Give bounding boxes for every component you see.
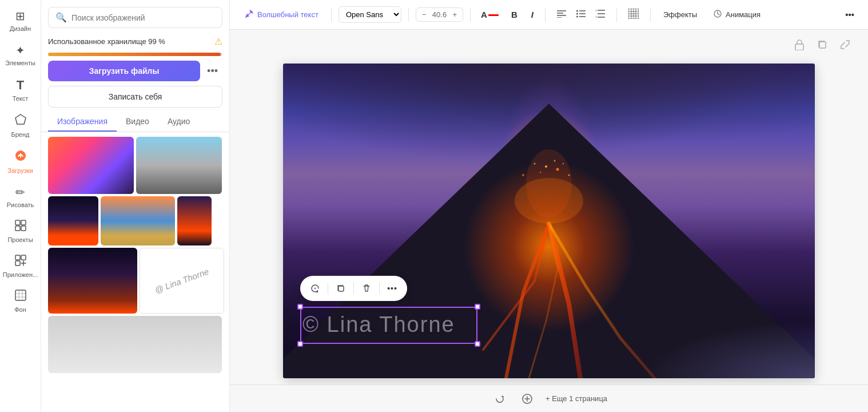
delete-button[interactable] [357, 279, 376, 298]
bold-button[interactable]: B [507, 7, 522, 22]
image-row-4 [48, 316, 222, 373]
upload-files-button[interactable]: Загрузить файлы [48, 61, 200, 81]
list-item[interactable] [48, 248, 137, 314]
image-row-2 [48, 196, 222, 245]
record-self-button[interactable]: Записать себя [48, 86, 222, 108]
storage-label: Использованное хранилище 99 % [48, 37, 165, 46]
svg-rect-4 [15, 226, 20, 231]
sidebar-item-draw[interactable]: ✏ Рисовать [3, 181, 38, 213]
color-underline [488, 14, 499, 16]
float-divider-3 [379, 283, 380, 294]
sidebar-item-brand[interactable]: Бренд [3, 109, 38, 142]
rotate-button[interactable] [306, 279, 324, 298]
search-box[interactable]: 🔍 [48, 7, 222, 28]
text-color-button[interactable]: A [477, 7, 502, 22]
magic-text-label: Волшебный текст [257, 10, 318, 19]
list-item[interactable] [177, 196, 212, 245]
toolbar-divider-2 [408, 8, 409, 22]
image-row-3: @ Lina Thorne [48, 248, 222, 314]
font-select[interactable]: Open Sans [339, 6, 401, 23]
handle-top-left[interactable] [297, 304, 303, 310]
svg-point-16 [576, 13, 578, 15]
bottom-bar: + Еще 1 страница [230, 385, 868, 412]
tab-video[interactable]: Видео [117, 112, 158, 132]
handle-bottom-right[interactable] [475, 341, 480, 347]
lock-icon[interactable] [790, 35, 809, 54]
sidebar-item-design[interactable]: ⊞ Дизайн [3, 5, 38, 37]
sidebar-item-label-background: Фон [14, 306, 26, 313]
refresh-canvas-button[interactable] [491, 390, 509, 408]
svg-point-44 [314, 288, 316, 290]
sidebar-item-background[interactable]: Фон [3, 285, 38, 318]
sidebar-item-label-apps: Приложен... [3, 271, 38, 278]
sidebar-item-label-draw: Рисовать [7, 201, 34, 208]
svg-rect-3 [21, 220, 26, 225]
top-toolbar: Волшебный текст Open Sans − 40.6 + A B I [230, 0, 868, 30]
animate-button[interactable]: Анимация [707, 6, 766, 23]
sidebar-item-projects[interactable]: Проекты [3, 215, 38, 248]
pattern-button[interactable] [624, 6, 643, 23]
projects-icon [15, 220, 26, 234]
city-lights [643, 321, 815, 378]
list-item[interactable]: @ Lina Thorne [140, 248, 224, 314]
svg-rect-9 [15, 290, 26, 300]
align-left-button[interactable] [552, 7, 571, 22]
svg-point-15 [576, 10, 578, 12]
tab-images[interactable]: Изображения [48, 112, 117, 132]
font-size-control: − 40.6 + [416, 7, 463, 22]
sidebar-item-uploads[interactable]: Загрузки [3, 145, 38, 179]
list-item[interactable] [48, 196, 98, 245]
svg-point-17 [576, 16, 578, 18]
italic-button[interactable]: I [527, 7, 538, 22]
font-size-decrease-button[interactable]: − [420, 9, 429, 20]
float-divider-1 [328, 283, 328, 294]
svg-rect-6 [15, 255, 20, 260]
animate-label: Анимация [726, 10, 761, 19]
font-size-increase-button[interactable]: + [450, 9, 459, 20]
effects-button[interactable]: Эффекты [658, 7, 703, 22]
magic-text-button[interactable]: Волшебный текст [239, 6, 324, 23]
selection-border [300, 307, 477, 344]
handle-top-right[interactable] [475, 304, 480, 310]
background-icon [15, 290, 26, 304]
list-item[interactable] [48, 316, 222, 373]
list-item[interactable] [136, 137, 222, 194]
list-item[interactable] [101, 196, 175, 245]
line-spacing-button[interactable] [591, 7, 610, 22]
animate-icon [713, 9, 722, 20]
list-button[interactable] [572, 7, 590, 22]
sidebar-item-text[interactable]: T Текст [3, 73, 38, 106]
toolbar-divider-3 [470, 8, 471, 22]
more-options-button[interactable]: ••• [841, 7, 859, 22]
upload-more-button[interactable]: ••• [202, 61, 222, 81]
sidebar-item-label-elements: Элементы [5, 60, 35, 66]
sidebar-item-elements[interactable]: ✦ Элементы [3, 39, 38, 71]
svg-rect-8 [15, 261, 20, 266]
text-selection-box[interactable] [300, 307, 477, 344]
duplicate-button[interactable] [332, 279, 350, 298]
image-grid: @ Lina Thorne [41, 132, 229, 412]
add-page-button[interactable] [518, 390, 536, 408]
add-page-label[interactable]: + Еще 1 страница [546, 394, 607, 403]
magic-wand-icon [245, 9, 254, 20]
more-float-button[interactable]: ••• [383, 279, 401, 298]
handle-bottom-left[interactable] [297, 341, 303, 347]
list-item[interactable] [48, 137, 134, 194]
uploads-icon [14, 149, 27, 165]
media-tabs: Изображения Видео Аудио [41, 112, 229, 132]
storage-bar-fill [48, 53, 221, 56]
sidebar-item-apps[interactable]: Приложен... [3, 250, 38, 283]
alignment-controls [552, 7, 610, 22]
copy-canvas-icon[interactable] [813, 35, 831, 54]
tab-audio[interactable]: Аудио [158, 112, 200, 132]
expand-icon[interactable] [836, 35, 854, 54]
lava-glow [463, 161, 635, 332]
search-input[interactable] [71, 13, 215, 22]
floating-toolbar: ••• [300, 276, 407, 301]
left-panel: 🔍 Использованное хранилище 99 % ⚠ Загруз… [41, 0, 230, 412]
canvas-frame[interactable]: © Lina Thorne [283, 64, 815, 378]
sidebar-item-label-uploads: Загрузки [7, 167, 33, 174]
storage-area: Использованное хранилище 99 % ⚠ [41, 33, 229, 52]
effects-label: Эффекты [663, 10, 697, 19]
upload-area: Загрузить файлы ••• [41, 61, 229, 86]
